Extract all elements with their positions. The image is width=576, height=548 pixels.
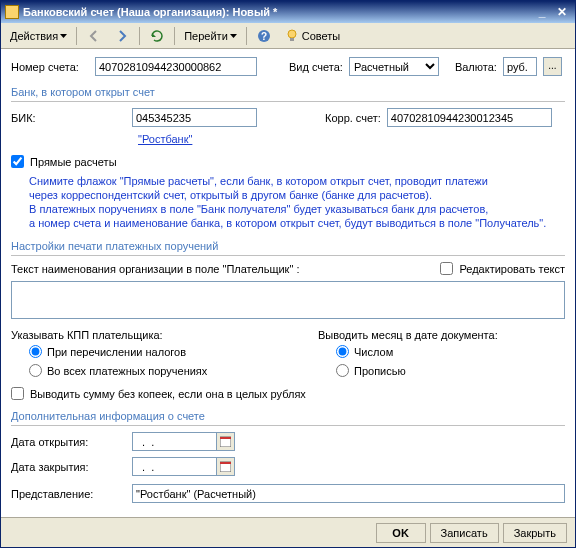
bik-label: БИК: [11,112,126,124]
minimize-button[interactable]: _ [533,4,551,20]
account-type-select[interactable]: Расчетный [349,57,439,76]
section-extra: Дополнительная информация о счете [11,410,565,426]
help-icon: ? [256,28,272,44]
no-kopecks-checkbox[interactable] [11,387,24,400]
chevron-down-icon [230,34,237,38]
tips-label: Советы [302,30,340,42]
separator [246,27,247,45]
arrow-left-icon [86,28,102,44]
no-kopecks-label: Выводить сумму без копеек, если она в це… [30,388,306,400]
currency-input[interactable] [503,57,537,76]
close-button[interactable]: Закрыть [503,523,567,543]
footer: OK Записать Закрыть [1,517,575,547]
separator [139,27,140,45]
hint-line: В платежных поручениях в поле "Банк полу… [29,202,565,216]
hint-line: а номер счета и наименование банка, в ко… [29,216,565,230]
window-title: Банковский счет (Наша организация): Новы… [23,6,531,18]
calendar-icon [220,436,231,447]
separator [174,27,175,45]
section-print: Настройки печати платежных поручений [11,240,565,256]
month-text-label: Прописью [354,365,406,377]
window-icon [5,5,19,19]
goto-label: Перейти [184,30,228,42]
month-label: Выводить месяц в дате документа: [318,329,565,341]
section-bank: Банк, в котором открыт счет [11,86,565,102]
svg-rect-3 [290,38,294,41]
actions-menu[interactable]: Действия [5,27,72,45]
representation-label: Представление: [11,488,126,500]
corr-input[interactable] [387,108,552,127]
account-no-label: Номер счета: [11,61,89,73]
titlebar: Банковский счет (Наша организация): Новы… [1,1,575,23]
bank-link[interactable]: "Ростбанк" [138,133,192,145]
currency-select-button[interactable]: ... [543,57,562,76]
open-date-label: Дата открытия: [11,436,126,448]
payer-text-label: Текст наименования организации в поле "П… [11,263,434,275]
forward-button[interactable] [109,25,135,47]
account-type-label: Вид счета: [289,61,343,73]
kpp-all-radio[interactable] [29,364,42,377]
close-date-input[interactable] [132,457,217,476]
calendar-icon [220,461,231,472]
actions-label: Действия [10,30,58,42]
tips-button[interactable]: Советы [279,25,345,47]
back-button[interactable] [81,25,107,47]
hint-line: через корреспондентский счет, открытый в… [29,188,565,202]
goto-menu[interactable]: Перейти [179,27,242,45]
ok-button[interactable]: OK [376,523,426,543]
edit-text-label: Редактировать текст [459,263,565,275]
help-button[interactable]: ? [251,25,277,47]
currency-label: Валюта: [455,61,497,73]
refresh-button[interactable] [144,25,170,47]
kpp-tax-label: При перечислении налогов [47,346,186,358]
representation-input[interactable] [132,484,565,503]
hint-text: Снимите флажок "Прямые расчеты", если ба… [29,174,565,230]
close-window-button[interactable]: ✕ [553,4,571,20]
kpp-label: Указывать КПП плательщика: [11,329,258,341]
svg-text:?: ? [261,31,267,42]
toolbar: Действия Перейти ? Советы [1,23,575,49]
account-no-input[interactable] [95,57,257,76]
bik-input[interactable] [132,108,257,127]
chevron-down-icon [60,34,67,38]
direct-payments-label: Прямые расчеты [30,156,117,168]
open-date-calendar-button[interactable] [217,432,235,451]
form-body: Номер счета: Вид счета: Расчетный Валюта… [1,49,575,517]
svg-rect-7 [220,462,231,464]
arrow-right-icon [114,28,130,44]
kpp-tax-radio[interactable] [29,345,42,358]
bulb-icon [284,28,300,44]
open-date-input[interactable] [132,432,217,451]
direct-payments-checkbox[interactable] [11,155,24,168]
edit-text-checkbox[interactable] [440,262,453,275]
separator [76,27,77,45]
svg-point-2 [288,30,296,38]
close-date-label: Дата закрытия: [11,461,126,473]
payer-text-area[interactable] [11,281,565,319]
month-num-radio[interactable] [336,345,349,358]
month-num-label: Числом [354,346,393,358]
refresh-icon [149,28,165,44]
corr-label: Корр. счет: [325,112,381,124]
month-text-radio[interactable] [336,364,349,377]
save-button[interactable]: Записать [430,523,499,543]
hint-line: Снимите флажок "Прямые расчеты", если ба… [29,174,565,188]
kpp-all-label: Во всех платежных поручениях [47,365,207,377]
svg-rect-5 [220,437,231,439]
close-date-calendar-button[interactable] [217,457,235,476]
